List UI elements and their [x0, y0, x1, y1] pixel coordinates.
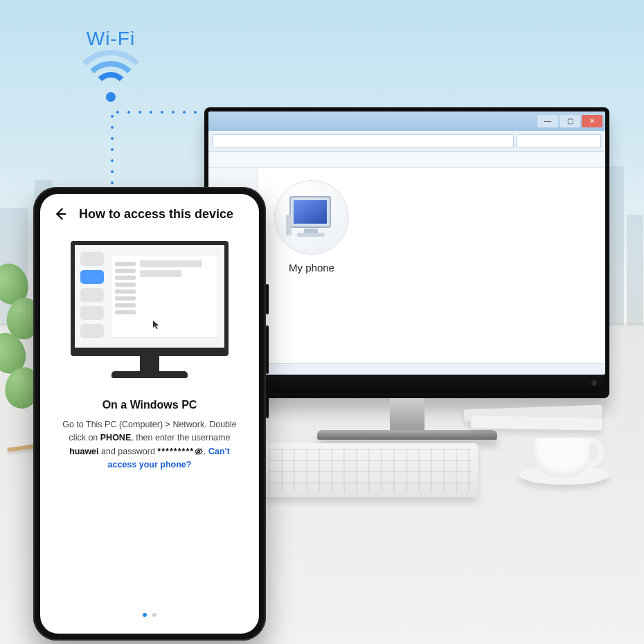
svg-rect-3 — [304, 229, 318, 233]
pager-dot[interactable] — [152, 613, 156, 617]
instruction-heading: On a Windows PC — [55, 399, 244, 411]
cup-decor — [519, 429, 609, 485]
pager-dots — [40, 613, 259, 634]
instruction-text: Go to This PC (Computer) > Network. Doub… — [55, 418, 244, 472]
instruction-illustration — [40, 227, 259, 385]
svg-rect-4 — [297, 233, 325, 237]
network-device-label: My phone — [270, 262, 353, 274]
scene-root: Wi-Fi — ▢ ✕ — [0, 0, 644, 644]
explorer-commandbar — [208, 152, 605, 168]
svg-rect-2 — [294, 200, 327, 224]
explorer-toolbar — [208, 131, 605, 152]
book-decor — [471, 415, 602, 430]
phone-screen: How to access this device — [40, 194, 259, 634]
explorer-search-input[interactable] — [517, 134, 601, 148]
window-titlebar: — ▢ ✕ — [208, 111, 605, 131]
pager-dot[interactable] — [143, 613, 147, 617]
network-device-item[interactable]: My phone — [270, 180, 353, 274]
page-title: How to access this device — [79, 207, 233, 222]
window-maximize-button[interactable]: ▢ — [560, 115, 580, 127]
explorer-content-area[interactable]: My phone — [258, 168, 605, 363]
back-button[interactable] — [53, 206, 68, 222]
wifi-icon — [69, 53, 152, 102]
wifi-indicator: Wi-Fi — [69, 28, 152, 102]
window-minimize-button[interactable]: — — [537, 115, 558, 127]
phone-device: How to access this device — [33, 187, 266, 641]
window-close-button[interactable]: ✕ — [582, 115, 602, 127]
eye-off-icon[interactable] — [194, 447, 204, 456]
computer-icon — [274, 180, 349, 255]
svg-rect-5 — [286, 215, 292, 235]
address-bar[interactable] — [213, 134, 514, 148]
keyboard-decor — [263, 443, 478, 497]
wifi-label: Wi-Fi — [69, 28, 152, 50]
